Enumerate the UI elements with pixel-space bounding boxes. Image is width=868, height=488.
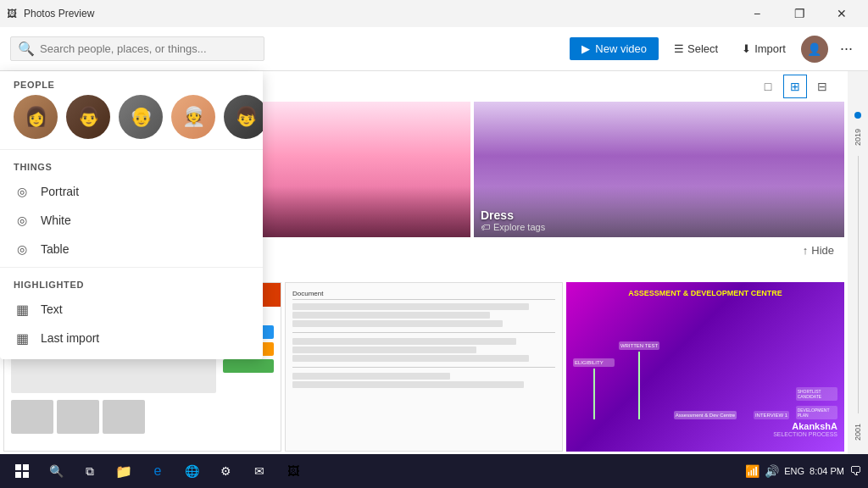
photo-card-2[interactable]: Document: [285, 282, 563, 452]
toolbar: 🔍 ▶ New video ☰ Select ⬇ Import 👤 ···: [0, 27, 868, 71]
maximize-button[interactable]: ❐: [780, 0, 819, 27]
minimize-button[interactable]: −: [737, 0, 776, 27]
search-input[interactable]: [40, 42, 257, 55]
highlight-last-import-label: Last import: [41, 331, 99, 345]
svg-rect-1: [23, 464, 29, 470]
network-icon[interactable]: 📶: [745, 464, 760, 478]
new-video-button[interactable]: ▶ New video: [570, 37, 659, 60]
view-list-button[interactable]: ⊟: [810, 75, 834, 98]
taskbar: 🔍 ⧉ 📁 e 🌐 ⚙ ✉ 🖼 📶 🔊 ENG 8:04 PM 🗨: [0, 454, 868, 488]
app-title: Photos Preview: [24, 8, 94, 19]
last-import-icon: ▦: [14, 330, 31, 347]
select-icon: ☰: [674, 42, 684, 55]
highlight-text-label: Text: [41, 302, 63, 316]
hide-label: Hide: [811, 244, 834, 257]
chrome-icon[interactable]: 🌐: [176, 456, 207, 486]
svg-rect-2: [15, 472, 21, 478]
view-single-button[interactable]: □: [756, 75, 780, 98]
text-icon: ▦: [14, 301, 31, 318]
thing-white[interactable]: ◎ White: [0, 206, 263, 235]
highlighted-section-label: HIGHLIGHTED: [0, 271, 263, 295]
thing-white-label: White: [41, 214, 71, 227]
volume-icon[interactable]: 🔊: [765, 464, 779, 478]
import-icon: ⬇: [742, 42, 751, 55]
mail-icon[interactable]: ✉: [244, 456, 275, 486]
start-button[interactable]: [7, 456, 37, 486]
timeline: 2019 2001: [848, 71, 868, 454]
thing-table[interactable]: ◎ Table: [0, 235, 263, 263]
thing-portrait[interactable]: ◎ Portrait: [0, 177, 263, 206]
people-row: 👩 👨 👴 👳 👦: [0, 95, 263, 146]
portrait-icon: ◎: [14, 183, 31, 200]
person-avatar-5[interactable]: 👦: [224, 95, 263, 139]
person-avatar-4[interactable]: 👳: [171, 95, 215, 139]
person-avatar-1[interactable]: 👩: [14, 95, 58, 139]
thing-portrait-label: Portrait: [41, 185, 79, 198]
search-taskbar-icon[interactable]: 🔍: [41, 456, 71, 486]
timeline-year-2019: 2019: [854, 129, 862, 146]
search-dropdown: PEOPLE 👩 👨 👴 👳 👦 THINGS ◎ Portrait ◎ Whi…: [0, 71, 263, 359]
photo-card-3[interactable]: ASSESSMENT & DEVELOPMENT CENTRE ELIGIBIL…: [566, 282, 844, 452]
search-icon: 🔍: [18, 41, 35, 57]
clock: 8:04 PM: [810, 466, 844, 476]
thing-table-label: Table: [41, 242, 69, 256]
people-section-label: PEOPLE: [0, 71, 263, 95]
svg-rect-0: [15, 464, 21, 470]
search-box[interactable]: 🔍: [10, 36, 264, 61]
file-explorer-icon[interactable]: 📁: [108, 456, 139, 486]
app-icon: 🖼: [7, 8, 17, 19]
system-tray: 📶 🔊 ENG 8:04 PM 🗨: [745, 464, 861, 478]
title-bar-controls: − ❐ ✕: [737, 0, 861, 27]
edge-icon[interactable]: e: [142, 456, 173, 486]
dress-label: Dress 🏷 Explore tags: [481, 208, 545, 232]
select-button[interactable]: ☰ Select: [665, 37, 726, 60]
task-view-icon[interactable]: ⧉: [75, 456, 105, 486]
svg-rect-3: [23, 472, 29, 478]
notification-icon[interactable]: 🗨: [849, 464, 861, 478]
dress-explore-icon: 🏷: [481, 222, 490, 232]
tagged-dress[interactable]: Dress 🏷 Explore tags: [474, 102, 844, 237]
language-indicator: ENG: [784, 466, 804, 476]
hide-arrow-icon: ↑: [803, 244, 809, 257]
timeline-dot-top: [854, 112, 861, 119]
avatar[interactable]: 👤: [801, 36, 828, 63]
video-icon: ▶: [581, 42, 590, 55]
person-avatar-2[interactable]: 👨: [66, 95, 110, 139]
close-button[interactable]: ✕: [822, 0, 861, 27]
things-section-label: THINGS: [0, 153, 263, 177]
white-icon: ◎: [14, 212, 31, 229]
timeline-year-2001: 2001: [854, 424, 862, 441]
person-avatar-3[interactable]: 👴: [119, 95, 163, 139]
photos-app-icon[interactable]: 🖼: [278, 456, 309, 486]
highlight-text[interactable]: ▦ Text: [0, 295, 263, 324]
title-bar: 🖼 Photos Preview − ❐ ✕: [0, 0, 868, 27]
view-grid-button[interactable]: ⊞: [783, 75, 807, 98]
more-button[interactable]: ···: [835, 40, 858, 58]
title-bar-left: 🖼 Photos Preview: [7, 8, 94, 19]
import-button[interactable]: ⬇ Import: [733, 37, 794, 60]
settings-icon[interactable]: ⚙: [210, 456, 241, 486]
highlight-last-import[interactable]: ▦ Last import: [0, 324, 263, 352]
table-icon: ◎: [14, 241, 31, 258]
